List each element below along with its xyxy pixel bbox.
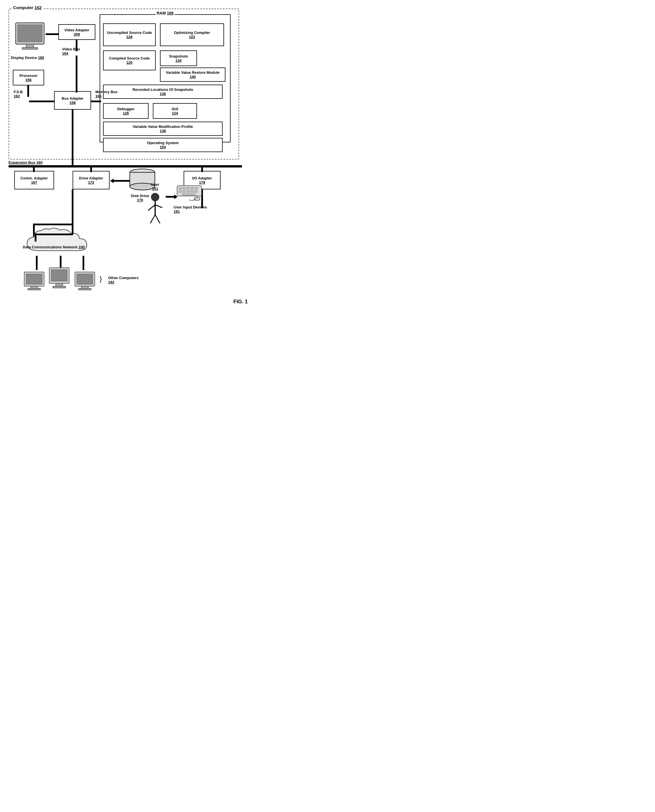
line-busadapter-ram xyxy=(91,100,101,102)
svg-rect-17 xyxy=(191,187,194,190)
data-network-label: Data Communications Network 100 xyxy=(23,245,85,249)
svg-rect-30 xyxy=(28,288,40,290)
user-input-label: User Input Devices 181 xyxy=(174,205,207,214)
svg-rect-3 xyxy=(22,48,38,49)
expansion-bus-line xyxy=(9,165,242,168)
recorded-locations-ref: 136 xyxy=(160,92,166,96)
svg-rect-32 xyxy=(51,270,67,281)
variable-mod-ref: 138 xyxy=(160,129,166,133)
svg-rect-37 xyxy=(81,286,88,288)
operating-system-box: Operating System 154 xyxy=(103,138,223,152)
operating-system-ref: 154 xyxy=(160,145,166,149)
line-down-cloud-entry xyxy=(72,223,74,234)
svg-rect-34 xyxy=(53,286,66,288)
line-monitor-video xyxy=(46,33,59,35)
debugger-box: Debugger 126 xyxy=(103,103,149,119)
recorded-locations-box: Recorded Locations Of Snapshots 136 xyxy=(103,85,223,99)
svg-rect-22 xyxy=(191,191,194,193)
svg-rect-19 xyxy=(179,191,181,193)
drive-adapter-ref: 172 xyxy=(88,180,94,185)
gui-box: GUI 124 xyxy=(153,103,197,119)
bus-adapter-box: Bus Adapter 158 xyxy=(54,91,91,109)
memory-bus-ref: 166 xyxy=(95,94,101,98)
io-adapter-ref: 178 xyxy=(199,180,205,185)
svg-line-10 xyxy=(155,205,162,208)
svg-rect-16 xyxy=(187,187,189,190)
user-ref: 101 xyxy=(152,186,158,191)
expansion-bus-label: Expansion Bus 160 xyxy=(9,160,42,165)
svg-rect-29 xyxy=(31,286,38,288)
expansion-bus-ref: 160 xyxy=(37,160,43,165)
comm-adapter-ref: 167 xyxy=(31,180,37,185)
svg-rect-24 xyxy=(182,194,195,196)
variable-restore-ref: 140 xyxy=(189,75,196,79)
line-cloud-computer1 xyxy=(36,256,38,270)
svg-line-11 xyxy=(150,215,155,223)
line-busadapter-expbus xyxy=(72,109,74,167)
arrow-user-keyboard xyxy=(166,194,178,199)
video-bus-ref: 164 xyxy=(62,51,68,55)
line-hori-cloud-center xyxy=(35,234,73,235)
arrowhead-left xyxy=(110,179,114,183)
comm-adapter-box: Comm. Adapter 167 xyxy=(14,171,54,190)
display-device-label: Display Device 180 xyxy=(11,55,44,60)
fsb-ref: 162 xyxy=(14,94,20,98)
other-computer-3 xyxy=(74,271,96,293)
snapshots-ref: 134 xyxy=(175,59,181,63)
compiled-source-ref: 120 xyxy=(126,60,133,65)
optimizing-compiler-ref: 122 xyxy=(189,35,195,39)
other-computers-label: Other Computers 182 xyxy=(108,276,138,284)
cloud-icon xyxy=(22,228,95,257)
processor-box: Processor 156 xyxy=(13,70,44,85)
svg-rect-23 xyxy=(195,191,198,193)
line-cloud-computer3 xyxy=(83,256,84,270)
uncompiled-source-box: Uncompiled Source Code 128 xyxy=(103,23,156,46)
monitor-icon xyxy=(14,22,46,54)
debugger-ref: 126 xyxy=(123,111,129,116)
uncompiled-source-ref: 128 xyxy=(126,35,133,39)
optimizing-compiler-box: Optimizing Compiler 122 xyxy=(160,23,224,46)
variable-restore-box: Variable Value Restore Module 140 xyxy=(160,68,226,82)
display-device-ref: 180 xyxy=(38,55,44,60)
diagram: Computer 152 RAM 168 Uncompiled Source C… xyxy=(6,6,251,308)
svg-point-7 xyxy=(151,193,159,201)
ram-label: RAM 168 xyxy=(155,11,174,15)
bus-adapter-ref: 158 xyxy=(69,100,76,105)
ram-ref: 168 xyxy=(167,11,173,15)
svg-rect-21 xyxy=(187,191,189,193)
memory-bus-label: Memory Bus 166 xyxy=(95,90,118,98)
user-input-ref: 181 xyxy=(174,210,180,214)
drive-adapter-box: Drive Adapter 172 xyxy=(72,171,109,190)
svg-rect-28 xyxy=(26,274,42,284)
video-adapter-ref: 209 xyxy=(74,32,80,37)
line-comm-down xyxy=(72,190,74,223)
svg-rect-38 xyxy=(78,288,91,290)
line-videoadapter-videobus xyxy=(76,40,77,51)
data-network-ref: 100 xyxy=(78,245,85,249)
svg-line-9 xyxy=(148,205,155,211)
svg-rect-33 xyxy=(56,284,63,286)
video-adapter-box: Video Adapter 209 xyxy=(58,24,95,40)
computer-label: Computer 152 xyxy=(12,5,43,10)
svg-rect-14 xyxy=(179,187,181,190)
svg-rect-1 xyxy=(18,25,42,42)
other-computers-ref: 182 xyxy=(108,280,114,284)
fsb-label: F.S.B 162 xyxy=(14,90,23,98)
svg-rect-20 xyxy=(183,191,186,193)
gui-ref: 124 xyxy=(172,111,178,116)
ram-box: RAM 168 Uncompiled Source Code 128 Optim… xyxy=(100,14,231,142)
user-section: User 101 xyxy=(145,182,165,227)
line-hori-cloud xyxy=(33,223,73,225)
svg-rect-2 xyxy=(26,44,34,48)
line-videobus-busadapter xyxy=(76,55,77,92)
keyboard-icon xyxy=(177,185,202,202)
variable-mod-box: Variable Value Modification Profile 138 xyxy=(103,122,223,136)
line-io-expbus xyxy=(201,168,203,172)
line-processor-fsb xyxy=(27,85,29,97)
compiled-source-box: Compiled Source Code 120 xyxy=(103,51,156,70)
other-computer-2 xyxy=(48,266,71,293)
svg-rect-15 xyxy=(183,187,186,190)
svg-rect-18 xyxy=(195,187,198,190)
line-comm-expbus xyxy=(33,168,35,172)
line-down-into-cloud xyxy=(35,234,37,242)
